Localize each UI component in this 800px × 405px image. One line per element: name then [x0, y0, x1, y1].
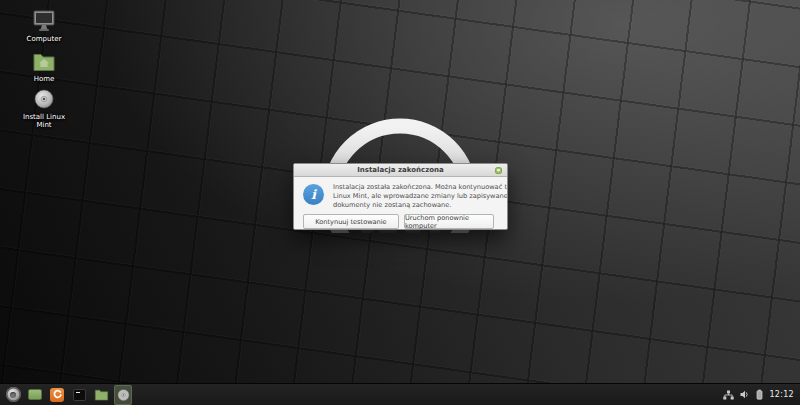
terminal-icon[interactable] — [70, 385, 88, 405]
show-desktop-icon[interactable] — [26, 385, 44, 405]
taskbar-tray: 12:12 — [723, 389, 800, 400]
mint-menu-orb — [6, 387, 21, 402]
desktop-icon-label: Install Linux Mint — [16, 114, 72, 129]
dialog-message-line: Instalacja została zakończona. Można kon… — [333, 183, 508, 192]
taskbar: 12:12 — [0, 383, 800, 405]
mint-menu-icon[interactable] — [4, 385, 22, 405]
dialog-button-row: Kontynuuj testowanie Uruchom ponownie ko… — [294, 210, 507, 229]
dialog-message-line: dokumenty nie zostaną zachowane. — [333, 201, 508, 210]
cd-disc-icon — [16, 86, 72, 112]
home-folder-icon — [16, 48, 72, 74]
installation-complete-dialog: Instalacja zakończona i Instalacja zosta… — [293, 163, 508, 230]
desktop: Computer Home Install Linux Mint — [0, 0, 800, 405]
dialog-title: Instalacja zakończona — [357, 166, 443, 174]
files-folder-icon[interactable] — [92, 385, 110, 405]
battery-icon[interactable] — [756, 389, 763, 400]
terminal-glyph — [73, 389, 86, 401]
desktop-icon-home[interactable]: Home — [16, 48, 72, 84]
installer-window-disc-icon[interactable] — [114, 385, 132, 405]
computer-icon — [16, 8, 72, 34]
show-desktop-glyph — [28, 389, 42, 400]
desktop-icon-label: Home — [16, 76, 72, 84]
taskbar-clock[interactable]: 12:12 — [769, 390, 794, 399]
installer-swirl-glyph — [50, 388, 64, 402]
desktop-icon-computer[interactable]: Computer — [16, 8, 72, 44]
desktop-icon-install-linux-mint[interactable]: Install Linux Mint — [16, 86, 72, 129]
desktop-icon-label: Computer — [16, 36, 72, 44]
network-icon[interactable] — [723, 390, 734, 400]
taskbar-left — [0, 385, 132, 405]
info-icon: i — [303, 184, 324, 205]
restart-computer-button[interactable]: Uruchom ponownie komputer — [404, 214, 494, 229]
close-icon[interactable] — [495, 167, 502, 174]
installer-icon[interactable] — [48, 385, 66, 405]
continue-testing-button[interactable]: Kontynuuj testowanie — [303, 214, 399, 229]
cd-disc-glyph — [116, 388, 131, 402]
dialog-body: i Instalacja została zakończona. Można k… — [294, 177, 507, 210]
dialog-message-line: Linux Mint, ale wprowadzane zmiany lub z… — [333, 192, 508, 201]
folder-glyph — [94, 388, 109, 401]
dialog-message: Instalacja została zakończona. Można kon… — [333, 183, 508, 210]
dialog-titlebar[interactable]: Instalacja zakończona — [294, 164, 507, 177]
volume-icon[interactable] — [740, 390, 750, 399]
